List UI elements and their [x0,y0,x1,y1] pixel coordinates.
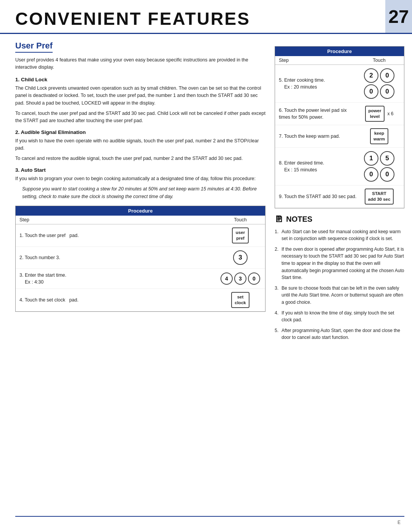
table-row: 7. Touch the keep warm pad. keepwarm [275,125,404,148]
main-content: User Pref User pref provides 4 features … [0,41,412,352]
notes-list: Auto Start can be used for manual cookin… [275,228,404,341]
key-0e: 0 [380,167,394,182]
start-add30-key: STARTadd 30 sec [365,189,394,205]
step-text: 4. Touch the set clock pad. [19,297,219,303]
key-0b: 0 [364,84,378,99]
touch-key: 2 0 0 0 [358,68,400,99]
key-grid-1500: 1 5 0 0 [364,151,395,182]
key-0d: 0 [364,167,378,182]
page-title-area: CONVENIENT FEATURES [0,0,385,33]
list-item: Auto Start can be used for manual cookin… [275,228,404,242]
table-row: 9. Touch the START add 30 sec pad. START… [275,185,404,208]
left-proc-header: Procedure [16,206,265,216]
power-level-key: powerlevel [365,106,385,122]
left-column: User Pref User pref provides 4 features … [15,41,275,345]
page-number: 27 [385,0,412,33]
step-text: 7. Touch the keep warm pad. [279,133,358,140]
col-step-label: Step [19,217,219,222]
touch-key: powerlevel x 6 [358,106,400,122]
step-text: 2. Touch number 3. [19,254,219,261]
key-0: 0 [248,272,260,285]
table-row: 3. Enter the start time. Ex : 4:30 4 3 0 [16,269,265,289]
touch-key: 3 [219,250,261,265]
key-5: 5 [380,151,394,166]
list-item: After programming Auto Start, open the d… [275,327,404,341]
notes-title: NOTES [286,215,312,224]
key-1: 1 [364,151,378,166]
child-lock-p2: To cancel, touch the user pref pad and t… [15,110,266,125]
right-column: Procedure Step Touch 5. Enter cooking ti… [275,41,404,345]
autostart-indent: Suppose you want to start cooking a stew… [15,185,266,200]
autostart-heading: 3. Auto Start [15,167,266,173]
notes-header: 🖹 NOTES [275,214,404,224]
list-item: Be sure to choose foods that can be left… [275,285,404,306]
right-proc-header: Procedure [275,47,404,56]
table-row: 4. Touch the set clock pad. setclock [16,289,265,311]
col-step-label: Step [279,58,358,63]
right-procedure-table: Procedure Step Touch 5. Enter cooking ti… [275,46,404,208]
table-row: 5. Enter cooking time. Ex : 20 minutes 2… [275,65,404,103]
key-grid-2000: 2 0 0 0 [364,68,395,99]
touch-key: 4 3 0 [219,272,261,285]
touch-key: 1 5 0 0 [358,151,400,182]
key-0c: 0 [380,84,394,99]
table-row: 8. Enter desired time. Ex : 15 minutes 1… [275,148,404,185]
key-2: 2 [364,68,378,83]
right-proc-cols: Step Touch [275,56,404,65]
footer-line [15,516,404,517]
key-3: 3 [234,272,246,285]
autostart-p1: If you wish to program your oven to begi… [15,175,266,182]
key-3: 3 [233,250,248,265]
touch-key: userpref [219,227,261,243]
keep-warm-key: keepwarm [370,128,388,144]
child-lock-heading: 1. Child Lock [15,77,266,82]
step-text: 9. Touch the START add 30 sec pad. [279,193,358,200]
touch-key: setclock [219,292,261,308]
step-text: 3. Enter the start time. Ex : 4:30 [19,272,219,285]
touch-key: STARTadd 30 sec [358,189,400,205]
col-touch-label: Touch [219,217,261,222]
page-header: CONVENIENT FEATURES 27 [0,0,412,34]
audible-p1: If you wish to have the oven operate wit… [15,137,266,152]
col-touch-label: Touch [358,58,400,63]
section-title: User Pref [15,41,53,53]
footer-label: E [398,520,401,525]
table-row: 2. Touch number 3. 3 [16,247,265,269]
list-item: If you wish to know the time of day, sim… [275,310,404,324]
step-text: 5. Enter cooking time. Ex : 20 minutes [279,77,358,90]
user-pref-key: userpref [232,227,249,243]
set-clock-key: setclock [231,292,249,308]
left-proc-cols: Step Touch [16,216,265,224]
touch-key: keepwarm [358,128,400,144]
step-text: 1. Touch the user pref pad. [19,232,219,239]
x6-label: x 6 [387,111,393,116]
child-lock-p1: The Child Lock prevents unwanted oven op… [15,85,266,107]
audible-p2: To cancel and restore the audible signal… [15,155,266,162]
key-group-430: 4 3 0 [220,272,261,285]
page-title: CONVENIENT FEATURES [15,9,250,29]
notes-section: 🖹 NOTES Auto Start can be used for manua… [275,214,404,341]
left-procedure-table: Procedure Step Touch 1. Touch the user p… [15,206,266,312]
step-text: 8. Enter desired time. Ex : 15 minutes [279,160,358,173]
table-row: 1. Touch the user pref pad. userpref [16,224,265,247]
step-text: 6. Touch the power level pad six times f… [279,107,358,121]
section-intro: User pref provides 4 features that make … [15,56,266,71]
notes-icon: 🖹 [275,214,283,224]
key-0: 0 [380,68,394,83]
key-4: 4 [220,272,233,285]
table-row: 6. Touch the power level pad six times f… [275,103,404,125]
audible-heading: 2. Audible Signal Elimination [15,129,266,135]
list-item: If the oven door is opened after program… [275,246,404,281]
